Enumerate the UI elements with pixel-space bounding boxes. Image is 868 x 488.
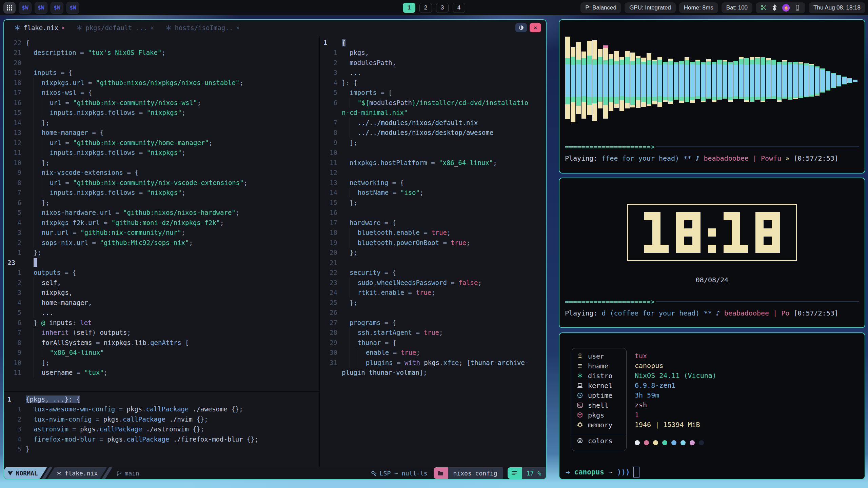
line-number: 5	[320, 89, 342, 96]
visualizer-segment	[831, 74, 836, 87]
visualizer-segment	[744, 65, 749, 97]
visualizer-segment	[668, 65, 673, 97]
code-line: 6"${modulesPath}/installer/cd-dvd/instal…	[320, 98, 546, 108]
color-dot	[671, 440, 676, 445]
visualizer-segment	[652, 60, 657, 61]
indent-guide	[342, 138, 350, 148]
color-dot	[699, 440, 704, 445]
visualizer-segment	[587, 41, 592, 56]
visualizer-segment	[777, 100, 782, 102]
phone-icon[interactable]	[794, 4, 801, 11]
workspace-icon-1[interactable]: $W	[19, 2, 32, 14]
line-number: 18	[4, 79, 26, 86]
visualizer-segment	[576, 97, 581, 106]
pane-pkgs-default-nix[interactable]: 1{pkgs, ...}: {1tux-awesome-wm-config = …	[4, 392, 319, 469]
code-token: =	[393, 359, 405, 366]
code-token: sops-nix	[42, 239, 73, 246]
line-number: 22	[4, 39, 26, 46]
code-token: {	[135, 169, 138, 176]
flame-icon[interactable]	[782, 4, 790, 12]
editor-cursor	[34, 258, 37, 267]
code-line: 15};	[320, 198, 546, 208]
indent-guide	[342, 348, 350, 358]
line-number: 4	[320, 79, 342, 86]
battery-badge[interactable]: Bat: 100	[722, 2, 752, 13]
color-dot	[690, 440, 695, 445]
indent-guide	[34, 228, 42, 238]
visualizer-bar	[625, 25, 630, 137]
workspace-icon-4[interactable]: $W	[66, 2, 79, 14]
code-token: ;	[220, 219, 224, 226]
terminal-window[interactable]: userhnamedistrokerneluptimeshellpkgsmemo…	[559, 332, 865, 480]
shell-prompt[interactable]: → canopus ~ )))	[566, 467, 639, 477]
visualizer-segment	[657, 60, 662, 65]
indent-guide	[26, 404, 34, 414]
code-token: ];	[42, 359, 50, 366]
ping-badge[interactable]: Home: 8ms	[679, 2, 718, 13]
indent-guide	[342, 358, 350, 368]
code-token: =	[115, 405, 126, 413]
code-line: 30enable = true;	[320, 348, 546, 358]
code-token: .	[373, 279, 377, 286]
color-dot	[635, 440, 640, 445]
visualizer-bar	[646, 25, 652, 137]
scissors-icon[interactable]	[761, 4, 767, 11]
clock-badge[interactable]: Thu Aug 08, 18:18	[809, 2, 865, 13]
color-dot	[644, 440, 649, 445]
code-line: 10};	[4, 158, 319, 168]
indent-guide	[342, 88, 350, 98]
code-token: ;	[239, 79, 243, 86]
code-token: self,	[42, 279, 61, 286]
code-token: outputs	[34, 269, 61, 276]
code-token: :	[72, 319, 80, 326]
code-line: 22security = {	[320, 268, 546, 278]
power-profile-badge[interactable]: P: Balanced	[580, 2, 621, 13]
visualizer-segment	[733, 65, 738, 96]
code-token: [	[467, 359, 470, 366]
code-token: ;	[447, 229, 451, 236]
tag-4[interactable]: 4	[453, 3, 465, 13]
visualizer-segment	[761, 97, 765, 101]
app-grid-icon[interactable]	[3, 2, 16, 14]
tag-2[interactable]: 2	[419, 3, 432, 13]
code-token: =	[88, 129, 100, 136]
gpu-badge[interactable]: GPU: Integrated	[625, 2, 676, 13]
project-chip	[434, 467, 448, 479]
tag-3[interactable]: 3	[436, 3, 449, 13]
visualizer-segment	[663, 100, 668, 102]
indent-guide	[34, 198, 42, 208]
pane-hosts-isoimage-nix[interactable]: 1{1pkgs,2modulesPath,3...4}: {5imports =…	[320, 36, 546, 469]
indent-guide	[26, 268, 34, 278]
clock-date: 08/08/24	[559, 276, 865, 284]
code-token: url	[88, 219, 100, 226]
visualizer-segment	[831, 87, 836, 88]
visualizer-segment	[723, 65, 727, 97]
lines-icon	[512, 471, 517, 475]
pane-flake-nix[interactable]: 22{21description = "tux's NixOS Flake";2…	[4, 36, 319, 393]
visualizer-segment	[609, 97, 613, 102]
visualizer-bar	[717, 25, 722, 137]
lsp-label: LSP ~ null-ls	[380, 470, 428, 477]
code-token: =	[61, 99, 73, 106]
audio-visualizer	[565, 25, 859, 137]
visualizer-segment	[728, 62, 733, 64]
workspace-icon-3[interactable]: $W	[51, 2, 63, 14]
code-token: ;	[420, 189, 423, 196]
line-number: 6	[4, 319, 26, 326]
indent-guide	[26, 248, 34, 258]
visualizer-segment	[571, 47, 575, 57]
fetch-label-box: userhnamedistrokerneluptimeshellpkgsmemo…	[572, 348, 627, 451]
code-token: thunar-archive-	[471, 359, 529, 366]
code-token: ...	[350, 69, 361, 76]
workspace-icon-2[interactable]: $W	[35, 2, 47, 14]
text-segment: ♪	[716, 309, 724, 317]
bluetooth-icon[interactable]	[772, 4, 777, 11]
visualizer-segment	[565, 58, 570, 64]
code-token: networking	[350, 179, 388, 186]
tag-1[interactable]: 1	[403, 3, 415, 13]
code-token: ;	[439, 329, 443, 336]
visualizer-segment	[614, 61, 619, 64]
fetch-label: hname	[588, 362, 608, 370]
visualizer-segment	[723, 60, 727, 61]
text-segment: )))	[617, 468, 630, 476]
